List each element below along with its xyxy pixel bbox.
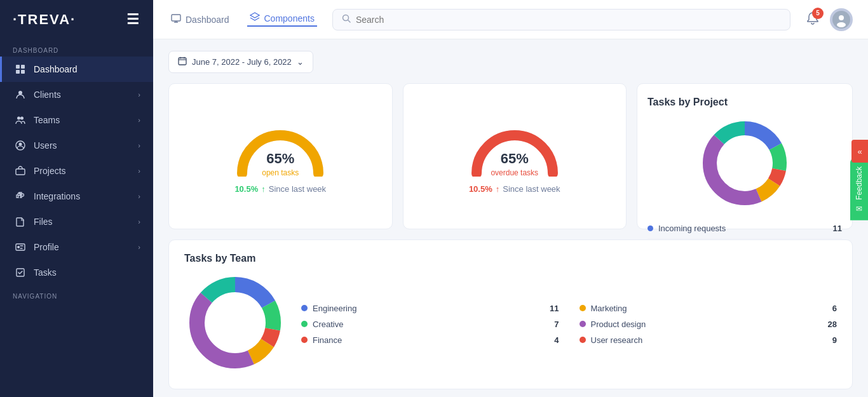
notification-badge: 5 — [812, 8, 824, 19]
tasks-by-project-card: Tasks by Project — [637, 83, 853, 229]
open-tasks-gauge: 65% open tasks — [229, 119, 331, 177]
legend-dot-0 — [648, 225, 653, 231]
sidebar-item-teams[interactable]: Teams › — [0, 107, 153, 133]
open-tasks-since: 10.5% ↑ Since last week — [234, 184, 326, 194]
search-input[interactable] — [356, 15, 781, 25]
sidebar-item-label: Integrations — [34, 191, 80, 201]
team-legend-creative: Creative 7 — [301, 320, 559, 329]
overdue-tasks-gauge: 65% overdue tasks — [464, 119, 566, 177]
nav-dashboard-link[interactable]: Dashboard — [168, 13, 232, 25]
notification-button[interactable]: 5 — [806, 11, 820, 28]
search-bar[interactable] — [332, 9, 790, 30]
chevron-right-icon: › — [138, 192, 140, 200]
open-tasks-since-text: Since last week — [269, 184, 326, 194]
marketing-count: 6 — [822, 304, 837, 313]
svg-point-6 — [20, 117, 24, 120]
legend-row-0: Incoming requests 11 — [648, 219, 842, 239]
chevron-right-icon: › — [138, 167, 140, 175]
feedback-tab[interactable]: ✉ Feedback — [850, 159, 868, 220]
engineering-label: Engineering — [313, 304, 356, 313]
product-design-dot — [580, 321, 586, 327]
legend-count-0: 11 — [833, 224, 842, 233]
sidebar-item-files[interactable]: Files › — [0, 209, 153, 234]
user-research-label: User research — [591, 335, 643, 345]
creative-label: Creative — [313, 320, 343, 329]
svg-rect-3 — [21, 70, 25, 74]
sidebar-item-profile[interactable]: Profile › — [0, 234, 153, 260]
svg-point-17 — [837, 22, 846, 27]
hamburger-button[interactable]: ☰ — [126, 11, 140, 28]
person-icon — [15, 89, 26, 100]
overdue-tasks-card: 65% overdue tasks 10.5% ↑ Since last wee… — [403, 83, 627, 229]
svg-rect-0 — [16, 65, 20, 69]
finance-dot — [301, 337, 308, 343]
sidebar-item-clients[interactable]: Clients › — [0, 82, 153, 107]
marketing-dot — [580, 305, 586, 311]
topnav-right: 5 — [806, 8, 853, 31]
sidebar-item-users[interactable]: Users › — [0, 133, 153, 158]
sidebar-item-tasks[interactable]: Tasks — [0, 260, 153, 285]
product-design-label: Product design — [591, 320, 646, 329]
chevron-right-icon: › — [138, 218, 140, 225]
calendar-icon — [178, 57, 187, 67]
open-tasks-since-pct: 10.5% — [234, 184, 258, 194]
overdue-tasks-sub: overdue tasks — [491, 168, 538, 177]
tasks-by-team-title: Tasks by Team — [184, 253, 837, 264]
overdue-tasks-since: 10.5% ↑ Since last week — [469, 184, 560, 194]
svg-rect-18 — [179, 58, 186, 65]
finance-label: Finance — [313, 335, 342, 345]
sidebar-item-label: Files — [34, 217, 53, 227]
sidebar-item-dashboard[interactable]: Dashboard — [0, 57, 153, 82]
topnav: Dashboard Components 5 — [153, 0, 868, 39]
tasks-by-team-inner: Engineering 11 Marketing 6 Creative 7 — [184, 272, 837, 376]
engineering-dot — [301, 305, 308, 311]
puzzle-icon — [15, 191, 26, 202]
legend-label-0: Incoming requests — [658, 224, 726, 233]
finance-count: 4 — [544, 335, 559, 345]
chevron-right-icon: › — [138, 116, 140, 124]
sidebar: ·TREVA· ☰ DASHBOARD Dashboard Clients › — [0, 0, 153, 397]
monitor-icon — [171, 13, 181, 25]
grid-icon — [15, 64, 26, 75]
sidebar-item-integrations[interactable]: Integrations › — [0, 184, 153, 209]
svg-point-16 — [839, 15, 844, 20]
avatar[interactable] — [830, 8, 853, 31]
team-legend-finance: Finance 4 — [301, 335, 559, 345]
team-legend-marketing: Marketing 6 — [580, 304, 837, 313]
section-label-dashboard: DASHBOARD — [0, 39, 153, 57]
sidebar-item-label: Teams — [34, 115, 60, 125]
overdue-tasks-since-pct: 10.5% — [469, 184, 492, 194]
search-icon — [342, 14, 351, 25]
nav-dashboard-label: Dashboard — [186, 15, 229, 25]
briefcase-icon — [15, 165, 26, 177]
svg-point-8 — [19, 143, 22, 146]
cards-row: 65% open tasks 10.5% ↑ Since last week — [168, 83, 853, 229]
tasks-by-team-legend: Engineering 11 Marketing 6 Creative 7 — [301, 304, 837, 345]
nav-components-label: Components — [264, 13, 315, 24]
date-filter-button[interactable]: June 7, 2022 - July 6, 2022 ⌄ — [168, 51, 313, 73]
sidebar-nav: DASHBOARD Dashboard Clients › — [0, 39, 153, 397]
sidebar-item-label: Clients — [34, 90, 61, 100]
svg-point-11 — [17, 246, 20, 248]
tasks-by-team-donut — [184, 272, 286, 376]
overdue-tasks-percent: 65% — [491, 151, 538, 167]
section-label-navigation: NAVIGATION — [0, 285, 153, 302]
open-tasks-card: 65% open tasks 10.5% ↑ Since last week — [168, 83, 393, 229]
user-research-count: 9 — [822, 335, 837, 345]
open-tasks-percent: 65% — [262, 151, 299, 167]
layers-icon — [250, 12, 260, 24]
creative-count: 7 — [544, 320, 559, 329]
check-list-icon — [15, 267, 26, 278]
engineering-count: 11 — [544, 304, 559, 313]
svg-point-5 — [17, 117, 20, 120]
team-legend-engineering: Engineering 11 — [301, 304, 559, 313]
id-card-icon — [15, 241, 26, 253]
team-legend-product-design: Product design 28 — [580, 320, 837, 329]
sidebar-item-projects[interactable]: Projects › — [0, 158, 153, 184]
nav-components-link[interactable]: Components — [247, 12, 317, 27]
svg-rect-9 — [16, 169, 25, 175]
creative-dot — [301, 321, 308, 327]
collapse-button[interactable]: « — [851, 140, 868, 163]
chevron-down-icon: ⌄ — [297, 57, 304, 67]
tasks-by-project-donut — [648, 116, 842, 211]
